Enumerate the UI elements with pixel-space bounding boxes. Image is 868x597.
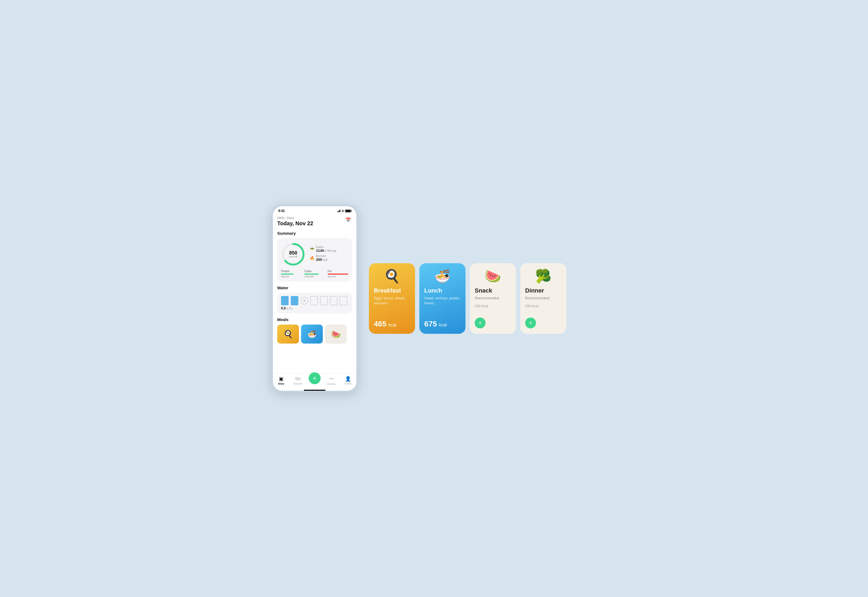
dinner-add-button[interactable]: + [525, 318, 536, 328]
snack-add-button[interactable]: + [475, 318, 486, 328]
breakfast-kcal: 465 kcal [374, 320, 410, 328]
burned-text: Burned 200 kcal [316, 254, 327, 261]
status-time: 9:41 [278, 209, 285, 213]
lunch-desc: Salad, shrimps, potato, bread,... [424, 296, 461, 306]
lunch-card[interactable]: 🍜 Lunch Salad, shrimps, potato, bread,..… [419, 263, 465, 334]
snack-recommended: 100 kcal [475, 304, 511, 308]
kcal-left-label: kcal left [289, 255, 298, 258]
eaten-value: 1140 [316, 249, 324, 252]
meal-thumb-snack[interactable]: 🍉 [325, 325, 347, 343]
burned-icon: 🔥 [310, 256, 314, 260]
phone-content[interactable]: Hello, Yana Today, Nov 22 📅 Summary [273, 214, 356, 373]
carbs-macro: Carbs 105g left [304, 270, 325, 278]
phone-frame: 9:41 ⊙ Hello, Yana Today, [271, 205, 358, 392]
status-icons: ⊙ [338, 209, 351, 213]
dinner-recommended: 550 kcal [525, 304, 561, 308]
snack-title: Snack [475, 287, 511, 294]
add-button[interactable]: + [309, 372, 321, 384]
calendar-button[interactable]: 📅 [345, 216, 352, 224]
water-glass-3 [310, 296, 318, 305]
status-bar: 9:41 ⊙ [273, 206, 356, 214]
fat-label: Fat [328, 270, 348, 273]
eaten-label: Eaten [316, 245, 324, 249]
dinner-emoji: 🥦 [525, 269, 561, 284]
water-unit: L [291, 307, 293, 310]
lunch-emoji: 🍜 [424, 269, 461, 284]
nav-profile[interactable]: 👤 Profile [339, 376, 356, 385]
eaten-row: 🥗 Eaten 1140/1790 kcal [310, 245, 348, 252]
snack-card[interactable]: 🍉 Snack Recommended: 100 kcal + [470, 263, 516, 334]
protein-macro: Protein 68g left [281, 270, 302, 278]
meal-cards-panel: 🍳 Breakfast Eggs, bacon, bread, avocado.… [369, 263, 597, 334]
water-glass-4 [320, 296, 328, 305]
diary-icon: ▣ [279, 376, 283, 382]
add-water-button[interactable]: + [301, 297, 308, 304]
greeting-text: Hello, Yana [277, 216, 313, 220]
carbs-label: Carbs [304, 270, 325, 273]
diary-label: Diary [278, 382, 284, 385]
eaten-icon: 🥗 [310, 247, 314, 251]
breakfast-desc: Eggs, bacon, bread, avocado... [374, 296, 410, 306]
water-glass-5 [330, 296, 338, 305]
burned-label: Burned [316, 254, 326, 257]
profile-label: Profile [345, 382, 351, 385]
lunch-title: Lunch [424, 287, 461, 294]
macros-section: Protein 68g left Carbs 105g left Fat [281, 270, 348, 278]
nav-add[interactable]: + [306, 377, 323, 384]
lunch-kcal: 675 kcal [424, 320, 461, 328]
app-header: Hello, Yana Today, Nov 22 📅 [277, 216, 352, 227]
water-glass-6 [339, 296, 347, 305]
recipes-icon: 🍽 [295, 376, 300, 382]
breakfast-title: Breakfast [374, 287, 410, 294]
eaten-text: Eaten 1140/1790 kcal [316, 245, 336, 252]
fat-macro: Fat 5g over [328, 270, 348, 278]
nav-recipes[interactable]: 🍽 Recipes [290, 376, 307, 385]
dinner-card[interactable]: 🥦 Dinner Recommended: 550 kcal + [520, 263, 566, 334]
meals-scroll[interactable]: 🍳 🍜 🍉 [277, 325, 352, 345]
signal-icon [338, 209, 341, 212]
eaten-total: /1790 kcal [324, 249, 336, 252]
snack-emoji: 🍉 [475, 269, 511, 284]
protein-bar [281, 273, 293, 275]
summary-card: 850 kcal left 🥗 Eaten 1140/1790 kcal [277, 238, 352, 282]
profile-icon: 👤 [345, 376, 351, 382]
bottom-nav: ▣ Diary 🍽 Recipes + 〜 Statistic 👤 Profil… [273, 373, 356, 389]
water-glasses: + [281, 296, 348, 305]
page-container: 9:41 ⊙ Hello, Yana Today, [271, 205, 597, 392]
statistic-label: Statistic [327, 383, 336, 385]
water-section-title: Water [277, 285, 352, 290]
carbs-left: 105g left [304, 275, 325, 278]
water-glass-2 [291, 296, 298, 305]
donut-chart: 850 kcal left [281, 242, 305, 266]
carbs-bar [304, 273, 319, 275]
nav-statistic[interactable]: 〜 Statistic [323, 376, 340, 385]
fat-left: 5g over [328, 275, 348, 278]
statistic-icon: 〜 [329, 376, 334, 382]
water-current: 0,5 [281, 306, 286, 310]
kcal-left-value: 850 [289, 251, 298, 255]
battery-icon [345, 209, 351, 212]
snack-desc: Recommended: [475, 296, 511, 301]
dinner-title: Dinner [525, 287, 561, 294]
meals-section: Meals 🍳 🍜 🍉 [277, 317, 352, 345]
protein-left: 68g left [281, 275, 302, 278]
recipes-label: Recipes [293, 382, 302, 385]
fat-bar [328, 273, 348, 275]
breakfast-emoji: 🍳 [374, 269, 410, 284]
breakfast-card[interactable]: 🍳 Breakfast Eggs, bacon, bread, avocado.… [369, 263, 415, 334]
wifi-icon: ⊙ [342, 209, 344, 213]
home-indicator [304, 390, 326, 391]
dinner-desc: Recommended: [525, 296, 561, 301]
water-amount: 0,5/1,5 L [281, 306, 348, 310]
water-glass-1 [281, 296, 289, 305]
water-total: 1,5 [286, 307, 290, 310]
date-title: Today, Nov 22 [277, 220, 313, 227]
meal-thumb-lunch[interactable]: 🍜 [301, 325, 323, 343]
summary-section-title: Summary [277, 231, 352, 236]
meal-thumb-breakfast[interactable]: 🍳 [277, 325, 299, 343]
nav-diary[interactable]: ▣ Diary [273, 376, 290, 385]
summary-stats: 🥗 Eaten 1140/1790 kcal 🔥 Burned [310, 245, 348, 263]
protein-label: Protein [281, 270, 302, 273]
meals-section-title: Meals [277, 317, 352, 322]
burned-row: 🔥 Burned 200 kcal [310, 254, 348, 261]
